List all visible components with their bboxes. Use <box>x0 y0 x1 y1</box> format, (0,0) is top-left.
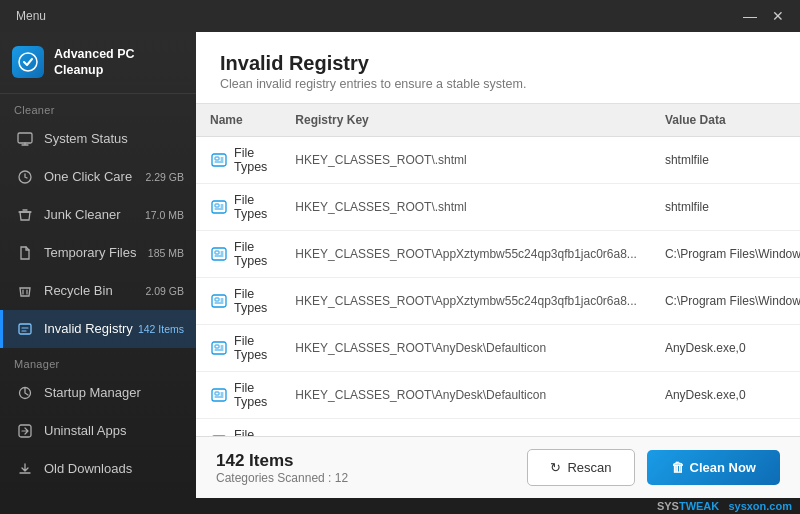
page-title: Invalid Registry <box>220 52 776 75</box>
sidebar-logo: Advanced PC Cleanup <box>0 32 196 94</box>
file-icon <box>15 243 35 263</box>
clean-icon: 🗑 <box>671 460 684 475</box>
sidebar-item-system-status[interactable]: System Status <box>0 120 196 158</box>
sidebar-label-old-downloads: Old Downloads <box>44 461 184 476</box>
cell-name: File Types <box>196 278 281 324</box>
name-text: File Types <box>234 193 267 221</box>
close-button[interactable]: ✕ <box>764 2 792 30</box>
registry-table-container[interactable]: Name Registry Key Value Data File Types … <box>196 104 800 436</box>
footer-buttons: ↻ Rescan 🗑 Clean Now <box>527 449 780 486</box>
svg-rect-19 <box>215 392 219 395</box>
cell-registry-key: HKEY_CLASSES_ROOT\AppXztymbw55c24qp3qfb1… <box>281 231 651 278</box>
table-row: File Types HKEY_CLASSES_ROOT\AnyDesk\Def… <box>196 372 800 419</box>
item-count: 142 Items <box>216 451 348 471</box>
name-text: File Types <box>234 381 267 409</box>
svg-rect-9 <box>215 157 219 160</box>
clean-label: Clean Now <box>690 460 756 475</box>
row-icon <box>210 151 228 169</box>
rescan-label: Rescan <box>567 460 611 475</box>
sidebar-label-temporary-files: Temporary Files <box>44 245 148 260</box>
cell-registry-key: HKEY_CLASSES_ROOT\steam\Defaulticon <box>281 419 651 437</box>
sidebar-item-uninstall-apps[interactable]: Uninstall Apps <box>0 412 196 450</box>
cell-registry-key: HKEY_CLASSES_ROOT\AppXztymbw55c24qp3qfb1… <box>281 278 651 325</box>
badge-recycle-bin: 2.09 GB <box>145 285 184 297</box>
cell-value-data: shtmlfile <box>651 137 800 184</box>
cell-name: File Types <box>196 325 281 371</box>
page-subtitle: Clean invalid registry entries to ensure… <box>220 77 776 91</box>
sidebar-label-system-status: System Status <box>44 131 184 146</box>
cell-value-data: C:\Program Files\WindowsApps\... <box>651 231 800 278</box>
sidebar-label-invalid-registry: Invalid Registry <box>44 321 138 336</box>
cell-value-data: steam.exe <box>651 419 800 437</box>
badge-invalid-registry: 142 Items <box>138 323 184 335</box>
branding-bar: SYSTWEAK sysxon.com <box>0 498 800 514</box>
titlebar: Menu — ✕ <box>0 0 800 32</box>
app-logo-icon <box>12 46 44 78</box>
cell-value-data: AnyDesk.exe,0 <box>651 325 800 372</box>
svg-rect-13 <box>215 251 219 254</box>
sidebar-label-startup-manager: Startup Manager <box>44 385 184 400</box>
sidebar-section-security: Security <box>0 488 196 499</box>
name-text: File Types <box>234 287 267 315</box>
sidebar-item-recycle-bin[interactable]: Recycle Bin 2.09 GB <box>0 272 196 310</box>
app-title: Advanced PC Cleanup <box>54 46 184 79</box>
rescan-button[interactable]: ↻ Rescan <box>527 449 634 486</box>
table-header-row: Name Registry Key Value Data <box>196 104 800 137</box>
col-value-data: Value Data <box>651 104 800 137</box>
badge-temporary-files: 185 MB <box>148 247 184 259</box>
sidebar-item-one-click-care[interactable]: One Click Care 2.29 GB <box>0 158 196 196</box>
registry-icon <box>15 319 35 339</box>
name-text: File Types <box>234 428 267 436</box>
cell-name: File Types <box>196 231 281 277</box>
name-text: File Types <box>234 146 267 174</box>
menu-label[interactable]: Menu <box>16 9 46 23</box>
cell-registry-key: HKEY_CLASSES_ROOT\AnyDesk\Defaulticon <box>281 372 651 419</box>
sidebar-label-uninstall-apps: Uninstall Apps <box>44 423 184 438</box>
rescan-icon: ↻ <box>550 460 561 475</box>
cell-name: File Types <box>196 137 281 183</box>
sidebar-item-junk-cleaner[interactable]: Junk Cleaner 17.0 MB <box>0 196 196 234</box>
registry-table: Name Registry Key Value Data File Types … <box>196 104 800 436</box>
row-icon <box>210 245 228 263</box>
cell-name: File Types <box>196 372 281 418</box>
sidebar-item-invalid-registry[interactable]: Invalid Registry 142 Items <box>0 310 196 348</box>
cell-value-data: shtmlfile <box>651 184 800 231</box>
col-registry-key: Registry Key <box>281 104 651 137</box>
cell-registry-key: HKEY_CLASSES_ROOT\.shtml <box>281 137 651 184</box>
cell-name: File Types <box>196 184 281 230</box>
svg-point-0 <box>19 53 37 71</box>
recycle-icon <box>15 281 35 301</box>
svg-rect-3 <box>19 324 31 334</box>
table-row: File Types HKEY_CLASSES_ROOT\steam\Defau… <box>196 419 800 437</box>
main-header: Invalid Registry Clean invalid registry … <box>196 32 800 104</box>
uninstall-icon <box>15 421 35 441</box>
table-row: File Types HKEY_CLASSES_ROOT\AppXztymbw5… <box>196 231 800 278</box>
app-body: Advanced PC Cleanup Cleaner System Statu… <box>0 32 800 498</box>
click-icon <box>15 167 35 187</box>
sidebar-item-temporary-files[interactable]: Temporary Files 185 MB <box>0 234 196 272</box>
svg-rect-15 <box>215 298 219 301</box>
sidebar-item-startup-manager[interactable]: Startup Manager <box>0 374 196 412</box>
cell-value-data: C:\Program Files\WindowsApps\... <box>651 278 800 325</box>
row-icon <box>210 292 228 310</box>
table-row: File Types HKEY_CLASSES_ROOT\.shtmlshtml… <box>196 137 800 184</box>
sidebar-item-old-downloads[interactable]: Old Downloads <box>0 450 196 488</box>
startup-icon <box>15 383 35 403</box>
minimize-button[interactable]: — <box>736 2 764 30</box>
cell-registry-key: HKEY_CLASSES_ROOT\AnyDesk\Defaulticon <box>281 325 651 372</box>
table-body: File Types HKEY_CLASSES_ROOT\.shtmlshtml… <box>196 137 800 437</box>
cell-name: File Types <box>196 419 281 436</box>
branding-text: SYSTWEAK sysxon.com <box>657 500 792 512</box>
sidebar-label-recycle-bin: Recycle Bin <box>44 283 145 298</box>
clean-now-button[interactable]: 🗑 Clean Now <box>647 450 780 485</box>
sidebar-label-junk-cleaner: Junk Cleaner <box>44 207 145 222</box>
table-row: File Types HKEY_CLASSES_ROOT\AppXztymbw5… <box>196 278 800 325</box>
main-footer: 142 Items Categories Scanned : 12 ↻ Resc… <box>196 436 800 498</box>
badge-junk-cleaner: 17.0 MB <box>145 209 184 221</box>
name-text: File Types <box>234 334 267 362</box>
download-icon <box>15 459 35 479</box>
row-icon <box>210 386 228 404</box>
svg-rect-1 <box>18 133 32 143</box>
sidebar: Advanced PC Cleanup Cleaner System Statu… <box>0 32 196 498</box>
main-content: Invalid Registry Clean invalid registry … <box>196 32 800 498</box>
